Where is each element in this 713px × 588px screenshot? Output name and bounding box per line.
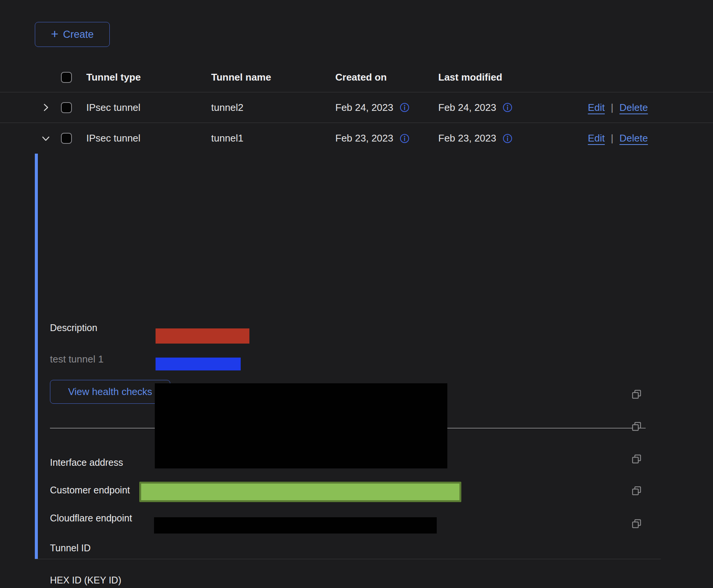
created-on-cell: Feb 23, 2023	[335, 123, 409, 154]
tunnel-type-cell: IPsec tunnel	[86, 123, 140, 154]
row-checkbox-cell	[61, 123, 72, 154]
action-separator: |	[611, 132, 613, 144]
tunnel-type-cell: IPsec tunnel	[86, 92, 140, 123]
column-header-created-on: Created on	[335, 63, 387, 92]
tunnel-detail-panel: Description test tunnel 1 View health ch…	[0, 154, 713, 559]
edit-link[interactable]: Edit	[588, 102, 605, 114]
customer-endpoint-label: Customer endpoint	[50, 484, 130, 496]
copy-tunnel-id-button[interactable]	[631, 389, 642, 400]
description-label: Description	[50, 322, 97, 333]
info-icon[interactable]	[400, 134, 409, 143]
collapse-row-button[interactable]	[39, 123, 52, 154]
copy-icon	[631, 421, 642, 432]
tunnel-name-cell: tunnel1	[211, 123, 243, 154]
create-button[interactable]: + Create	[35, 22, 110, 47]
fqdn-id-redacted-value	[139, 482, 461, 502]
copy-icon	[631, 518, 642, 529]
info-icon[interactable]	[503, 134, 512, 143]
edit-link[interactable]: Edit	[588, 132, 605, 144]
tunnels-page: + Create Tunnel type Tunnel name Created…	[0, 0, 713, 588]
last-modified-value: Feb 24, 2023	[438, 102, 496, 114]
column-header-last-modified: Last modified	[438, 63, 502, 92]
chevron-right-icon	[41, 103, 51, 112]
create-button-label: Create	[63, 29, 93, 40]
tunnel-name-cell: tunnel2	[211, 92, 243, 123]
hex-id-label: HEX ID (KEY ID)	[50, 574, 121, 586]
last-modified-value: Feb 23, 2023	[438, 132, 496, 144]
created-on-cell: Feb 24, 2023	[335, 92, 409, 123]
chevron-down-icon	[41, 134, 51, 143]
ids-redacted-values	[155, 383, 447, 468]
last-modified-cell: Feb 23, 2023	[438, 123, 512, 154]
copy-icon	[631, 485, 642, 496]
delete-link[interactable]: Delete	[620, 132, 648, 144]
copy-icon	[631, 389, 642, 400]
created-on-value: Feb 24, 2023	[335, 102, 393, 114]
expand-row-button[interactable]	[39, 92, 52, 123]
select-all-checkbox[interactable]	[61, 72, 72, 83]
panel-accent-bar	[35, 154, 38, 559]
user-id-redacted-value	[154, 517, 437, 534]
action-separator: |	[611, 102, 613, 114]
column-header-tunnel-name: Tunnel name	[211, 63, 271, 92]
copy-fqdn-id-button[interactable]	[631, 485, 642, 496]
view-health-checks-button[interactable]: View health checks	[50, 380, 170, 404]
row-checkbox[interactable]	[61, 102, 72, 113]
row-actions: Edit | Delete	[588, 92, 648, 123]
info-icon[interactable]	[503, 103, 512, 112]
column-header-tunnel-type: Tunnel type	[86, 63, 141, 92]
tunnel-id-label: Tunnel ID	[50, 542, 90, 554]
copy-icon	[631, 454, 642, 464]
delete-link[interactable]: Delete	[620, 102, 648, 114]
select-all-cell	[61, 63, 72, 92]
cloudflare-endpoint-redacted-value	[156, 358, 241, 370]
customer-endpoint-redacted-value	[156, 328, 249, 344]
last-modified-cell: Feb 24, 2023	[438, 92, 512, 123]
cloudflare-endpoint-label: Cloudflare endpoint	[50, 512, 132, 524]
table-row: IPsec tunnel tunnel2 Feb 24, 2023 Feb 24…	[0, 92, 713, 123]
row-checkbox-cell	[61, 92, 72, 123]
description-value: test tunnel 1	[50, 353, 104, 365]
plus-icon: +	[51, 27, 59, 40]
row-actions: Edit | Delete	[588, 123, 648, 154]
row-checkbox[interactable]	[61, 133, 72, 144]
interface-address-label: Interface address	[50, 457, 123, 468]
table-row: IPsec tunnel tunnel1 Feb 23, 2023 Feb 23…	[0, 123, 713, 154]
table-header: Tunnel type Tunnel name Created on Last …	[0, 63, 713, 92]
copy-key-id-button[interactable]	[631, 454, 642, 464]
copy-user-id-button[interactable]	[631, 518, 642, 529]
created-on-value: Feb 23, 2023	[335, 132, 393, 144]
panel-bottom-divider	[35, 559, 661, 559]
info-icon[interactable]	[400, 103, 409, 112]
copy-hex-id-button[interactable]	[631, 421, 642, 432]
